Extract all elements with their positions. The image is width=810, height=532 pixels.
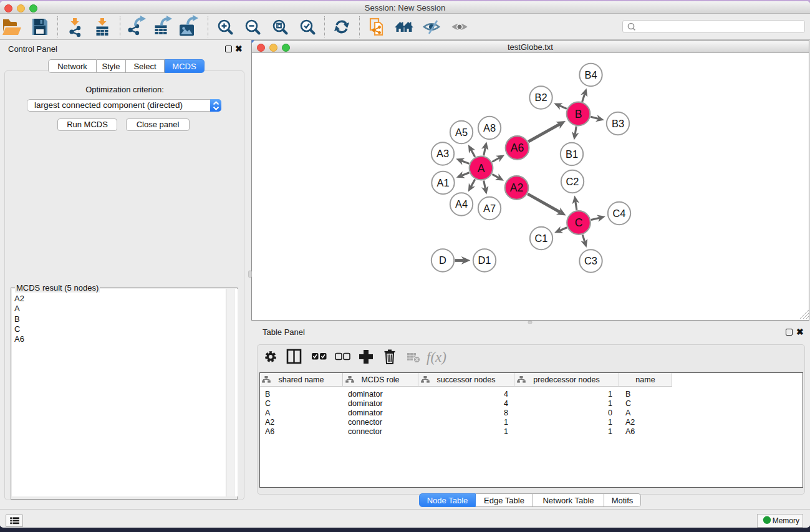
svg-text:A1: A1 [436, 177, 449, 188]
svg-text:B3: B3 [612, 118, 624, 129]
svg-text:A6: A6 [511, 142, 524, 154]
svg-text:B: B [575, 108, 582, 120]
svg-text:A2: A2 [510, 181, 524, 194]
svg-text:A8: A8 [483, 122, 496, 133]
svg-text:B1: B1 [566, 148, 578, 160]
svg-text:D: D [439, 254, 446, 266]
svg-text:C2: C2 [566, 176, 579, 187]
svg-text:A7: A7 [483, 203, 496, 214]
svg-text:C4: C4 [613, 208, 626, 219]
svg-text:C3: C3 [584, 255, 597, 266]
svg-text:D1: D1 [478, 254, 491, 266]
svg-text:A: A [478, 162, 485, 175]
svg-text:C1: C1 [535, 233, 548, 244]
svg-text:B2: B2 [534, 92, 547, 103]
svg-text:B4: B4 [584, 69, 597, 80]
svg-text:A4: A4 [455, 198, 468, 210]
svg-text:A3: A3 [436, 148, 449, 159]
svg-text:A5: A5 [455, 127, 468, 138]
svg-text:C: C [575, 216, 583, 229]
